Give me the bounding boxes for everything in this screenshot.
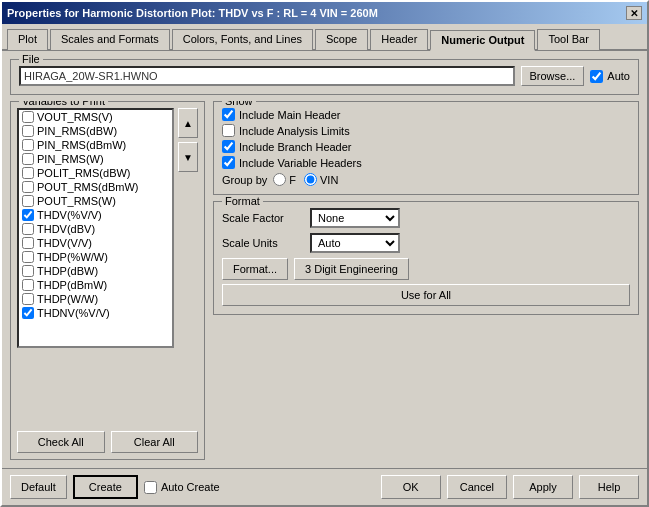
- var-checkbox-14[interactable]: [22, 307, 34, 319]
- group-by-row: Group by F VIN: [222, 173, 630, 186]
- main-header-label: Include Main Header: [239, 109, 341, 121]
- bottom-left: Default Create Auto Create: [10, 475, 220, 499]
- file-input[interactable]: [19, 66, 515, 86]
- create-button[interactable]: Create: [73, 475, 138, 499]
- var-checkbox-9[interactable]: [22, 237, 34, 249]
- var-checkbox-10[interactable]: [22, 251, 34, 263]
- help-button[interactable]: Help: [579, 475, 639, 499]
- var-item: PIN_RMS(dBmW): [19, 138, 172, 152]
- variable-headers-checkbox[interactable]: [222, 156, 235, 169]
- radio-f-input[interactable]: [273, 173, 286, 186]
- var-item: PIN_RMS(dBW): [19, 124, 172, 138]
- auto-label: Auto: [607, 70, 630, 82]
- var-checkbox-7[interactable]: [22, 209, 34, 221]
- var-checkbox-11[interactable]: [22, 265, 34, 277]
- branch-header-label: Include Branch Header: [239, 141, 352, 153]
- browse-button[interactable]: Browse...: [521, 66, 585, 86]
- scale-factor-row: Scale Factor None Auto Kilo Mega: [222, 208, 630, 228]
- scroll-down-button[interactable]: ▼: [178, 142, 198, 172]
- scale-factor-select[interactable]: None Auto Kilo Mega: [310, 208, 400, 228]
- branch-header-checkbox[interactable]: [222, 140, 235, 153]
- close-button[interactable]: ✕: [626, 6, 642, 20]
- ok-button[interactable]: OK: [381, 475, 441, 499]
- auto-create-row: Auto Create: [144, 481, 220, 494]
- var-item: THDV(V/V): [19, 236, 172, 250]
- scale-units-select[interactable]: Auto dB Linear: [310, 233, 400, 253]
- format-label: Format: [222, 195, 263, 207]
- apply-button[interactable]: Apply: [513, 475, 573, 499]
- var-item: THDP(W/W): [19, 292, 172, 306]
- file-section: File Browse... Auto: [10, 59, 639, 95]
- check-clear-row: Check All Clear All: [17, 431, 198, 453]
- variables-label: Variables to Print: [19, 101, 108, 107]
- scale-units-row: Scale Units Auto dB Linear: [222, 233, 630, 253]
- radio-f: F: [273, 173, 296, 186]
- radio-f-label: F: [289, 174, 296, 186]
- auto-create-checkbox[interactable]: [144, 481, 157, 494]
- variables-section: Variables to Print VOUT_RMS(V)PIN_RMS(dB…: [10, 101, 205, 460]
- scroll-buttons: ▲ ▼: [178, 108, 198, 425]
- radio-vin-label: VIN: [320, 174, 338, 186]
- auto-checkbox[interactable]: [590, 70, 603, 83]
- variables-list[interactable]: VOUT_RMS(V)PIN_RMS(dBW)PIN_RMS(dBmW)PIN_…: [17, 108, 174, 348]
- var-checkbox-5[interactable]: [22, 181, 34, 193]
- var-checkbox-3[interactable]: [22, 153, 34, 165]
- var-item: POUT_RMS(dBmW): [19, 180, 172, 194]
- variables-list-container: VOUT_RMS(V)PIN_RMS(dBW)PIN_RMS(dBmW)PIN_…: [17, 108, 198, 425]
- var-checkbox-6[interactable]: [22, 195, 34, 207]
- var-item: POLIT_RMS(dBW): [19, 166, 172, 180]
- check-all-button[interactable]: Check All: [17, 431, 105, 453]
- scroll-up-button[interactable]: ▲: [178, 108, 198, 138]
- main-row: Variables to Print VOUT_RMS(V)PIN_RMS(dB…: [10, 101, 639, 460]
- format-section: Format Scale Factor None Auto Kilo Mega …: [213, 201, 639, 315]
- tab-scales[interactable]: Scales and Formats: [50, 29, 170, 50]
- scale-factor-label: Scale Factor: [222, 212, 302, 224]
- main-header-checkbox[interactable]: [222, 108, 235, 121]
- tab-numeric[interactable]: Numeric Output: [430, 30, 535, 51]
- var-checkbox-0[interactable]: [22, 111, 34, 123]
- var-item: PIN_RMS(W): [19, 152, 172, 166]
- tab-header[interactable]: Header: [370, 29, 428, 50]
- var-checkbox-8[interactable]: [22, 223, 34, 235]
- var-checkbox-4[interactable]: [22, 167, 34, 179]
- scale-units-label: Scale Units: [222, 237, 302, 249]
- content-area: File Browse... Auto Variables to Print V…: [2, 51, 647, 468]
- file-section-label: File: [19, 53, 43, 65]
- tab-colors[interactable]: Colors, Fonts, and Lines: [172, 29, 313, 50]
- analysis-limits-checkbox[interactable]: [222, 124, 235, 137]
- auto-create-label: Auto Create: [161, 481, 220, 493]
- tab-scope[interactable]: Scope: [315, 29, 368, 50]
- show-item-main-header: Include Main Header: [222, 108, 630, 121]
- tab-toolbar[interactable]: Tool Bar: [537, 29, 599, 50]
- var-item: THDP(dBW): [19, 264, 172, 278]
- digit-engineering-button[interactable]: 3 Digit Engineering: [294, 258, 409, 280]
- radio-group: F VIN: [273, 173, 338, 186]
- variable-headers-label: Include Variable Headers: [239, 157, 362, 169]
- var-checkbox-2[interactable]: [22, 139, 34, 151]
- var-item: THDP(%W/W): [19, 250, 172, 264]
- show-label: Show: [222, 101, 256, 107]
- var-item: VOUT_RMS(V): [19, 110, 172, 124]
- auto-check-row: Auto: [590, 70, 630, 83]
- var-checkbox-13[interactable]: [22, 293, 34, 305]
- var-item: POUT_RMS(W): [19, 194, 172, 208]
- show-item-variable-headers: Include Variable Headers: [222, 156, 630, 169]
- title-bar: Properties for Harmonic Distortion Plot:…: [2, 2, 647, 24]
- dialog-buttons: OK Cancel Apply Help: [381, 475, 639, 499]
- var-checkbox-1[interactable]: [22, 125, 34, 137]
- format-button[interactable]: Format...: [222, 258, 288, 280]
- file-row: Browse... Auto: [19, 66, 630, 86]
- radio-vin-input[interactable]: [304, 173, 317, 186]
- show-item-branch-header: Include Branch Header: [222, 140, 630, 153]
- var-item: THDP(dBmW): [19, 278, 172, 292]
- tab-plot[interactable]: Plot: [7, 29, 48, 50]
- use-for-all-button[interactable]: Use for All: [222, 284, 630, 306]
- default-button[interactable]: Default: [10, 475, 67, 499]
- main-window: Properties for Harmonic Distortion Plot:…: [0, 0, 649, 507]
- var-checkbox-12[interactable]: [22, 279, 34, 291]
- clear-all-button[interactable]: Clear All: [111, 431, 199, 453]
- format-btns-row: Format... 3 Digit Engineering: [222, 258, 630, 280]
- group-by-label: Group by: [222, 174, 267, 186]
- tabs-row: Plot Scales and Formats Colors, Fonts, a…: [2, 24, 647, 51]
- cancel-button[interactable]: Cancel: [447, 475, 507, 499]
